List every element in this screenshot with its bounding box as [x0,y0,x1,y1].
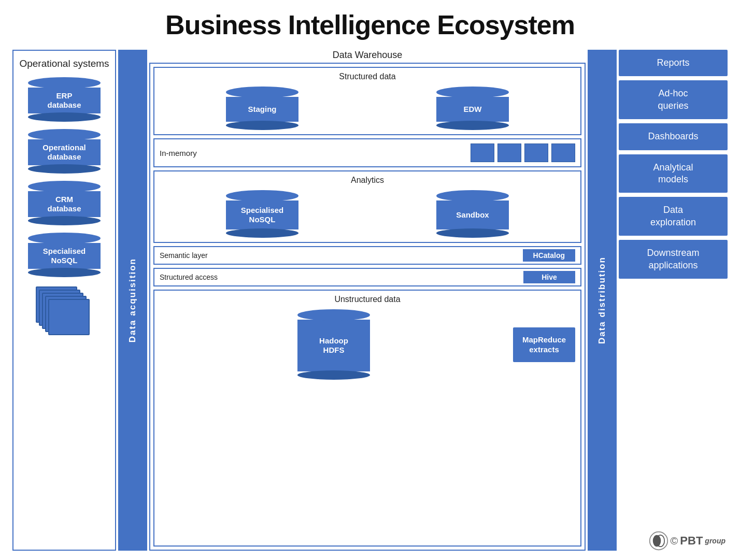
reports-box: Reports [619,50,728,76]
content-area: Operational systems ERPdatabase Operatio… [12,50,728,551]
inmemory-sq-4 [551,143,575,162]
db-top [436,190,509,202]
data-acquisition-label: Data acquisition [127,258,138,342]
logo-name: PBT [680,534,703,548]
analytics-dbs-row: SpecialisedNoSQL Sandbox [160,190,575,238]
db-top [28,233,101,244]
operational-database: Operationaldatabase [25,129,103,174]
logo-copyright: © [671,535,678,547]
inmemory-box: In-memory [153,138,581,167]
db-top [436,87,509,98]
structured-data-title: Structured data [160,72,575,81]
adhoc-queries-box: Ad-hocqueries [619,80,728,119]
specialised-nosql-analytics-label: SpecialisedNoSQL [239,203,286,227]
inmemory-squares [471,143,575,162]
crm-label: CRMdatabase [45,192,83,217]
downstream-applications-box: Downstreamapplications [619,240,728,279]
db-body: Staging [226,97,298,122]
crm-database: CRMdatabase [25,181,103,225]
inmemory-sq-3 [524,143,548,162]
inmemory-label: In-memory [160,149,197,157]
db-top [28,181,101,192]
structured-access-label: Structured access [160,273,218,281]
left-panel: Operational systems ERPdatabase Operatio… [12,50,116,551]
sandbox-label: Sandbox [454,207,491,223]
page: Business Intelligence Ecosystem Operatio… [0,0,740,560]
dashboards-box: Dashboards [619,123,728,150]
specialised-nosql-left: SpecialisedNoSQL [25,233,103,277]
db-body: EDW [436,97,509,122]
db-top [226,190,298,202]
mapreduce-box: MapReduceextracts [513,327,575,362]
operational-label: Operationaldatabase [40,140,88,165]
db-bottom [436,121,509,130]
flat-files-stack: Flat files [25,286,103,338]
erp-label: ERPdatabase [45,88,83,113]
logo-suffix: group [705,537,725,545]
db-body: CRMdatabase [28,191,101,217]
db-body: ERPdatabase [28,88,101,113]
db-body: Sandbox [436,200,509,229]
db-top [28,129,101,140]
db-body: HadoopHDFS [297,320,370,371]
data-exploration-box: Dataexploration [619,197,728,236]
db-top [226,87,298,98]
db-bottom [297,370,370,380]
hadoop-hdfs-cylinder: HadoopHDFS [160,309,508,380]
specialised-nosql-label: SpecialisedNoSQL [41,243,88,268]
db-top [297,309,370,321]
data-distribution-label: Data distribution [597,256,607,344]
db-bottom [226,121,298,130]
flat-files-wrapper: Flat files [25,286,103,361]
db-body: SpecialisedNoSQL [28,243,101,269]
unstructured-box: Unstructured data HadoopHDFS MapReduceex… [153,290,581,547]
hadoop-label: HadoopHDFS [317,333,350,358]
staging-label: Staging [246,102,279,117]
file-page-5: Flat files [48,299,90,335]
structured-dbs-row: Staging EDW [160,87,575,130]
right-panel: Reports Ad-hocqueries Dashboards Analyti… [619,50,728,551]
db-body: SpecialisedNoSQL [226,200,298,229]
semantic-layer-row: Semantic layer HCatalog [153,246,581,265]
db-bottom [28,112,101,122]
analytics-box: Analytics SpecialisedNoSQL S [153,170,581,243]
unstructured-title: Unstructured data [160,295,575,304]
data-acquisition-bar: Data acquisition [118,50,147,551]
inmemory-sq-1 [471,143,494,162]
db-bottom [28,268,101,277]
middle-panel: Data Warehouse Structured data Staging [149,50,586,551]
structured-data-box: Structured data Staging EDW [153,67,581,135]
edw-label: EDW [462,102,484,117]
semantic-layer-label: Semantic layer [160,251,208,260]
data-warehouse-title: Data Warehouse [333,50,402,61]
db-top [28,77,101,89]
logo-area: © PBTgroup [619,529,728,551]
staging-cylinder: Staging [223,87,301,130]
pbt-logo-icon [649,531,668,551]
edw-cylinder: EDW [434,87,511,130]
inmemory-sq-2 [497,143,521,162]
page-title: Business Intelligence Ecosystem [12,9,728,40]
db-bottom [28,216,101,225]
db-bottom [226,228,298,238]
structured-access-row: Structured access Hive [153,268,581,286]
data-distribution-bar: Data distribution [588,50,617,551]
erp-database: ERPdatabase [25,77,103,122]
hcatalog-box: HCatalog [523,249,575,262]
data-warehouse-outer: Structured data Staging EDW [149,63,586,551]
operational-systems-title: Operational systems [19,58,109,70]
hive-box: Hive [523,271,575,283]
sandbox-cylinder: Sandbox [434,190,511,238]
analytics-title: Analytics [160,176,575,185]
analytical-models-box: Analyticalmodels [619,154,728,193]
db-bottom [436,228,509,238]
db-body: Operationaldatabase [28,139,101,165]
specialised-nosql-analytics: SpecialisedNoSQL [223,190,301,238]
flat-files-label: Flat files [49,336,127,344]
unstructured-dbs-row: HadoopHDFS MapReduceextracts [160,309,575,380]
db-bottom [28,164,101,174]
